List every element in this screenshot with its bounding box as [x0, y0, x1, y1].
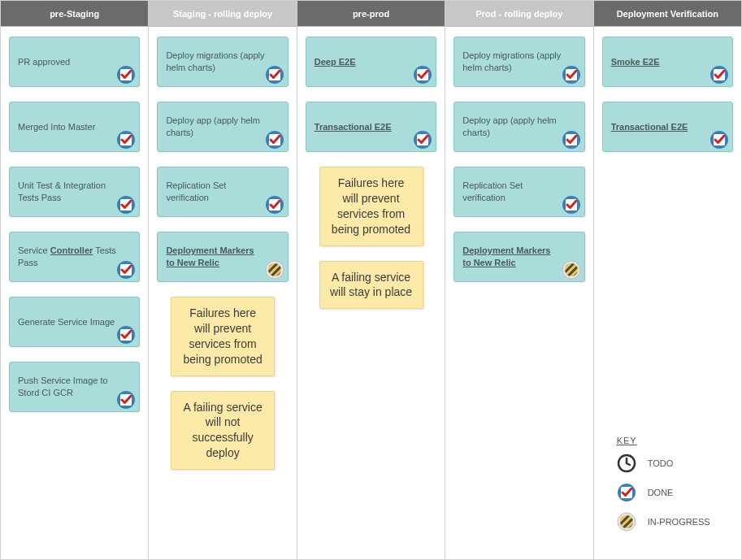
card-label: Deploy migrations (apply helm charts)	[166, 50, 264, 74]
legend: KEYTODODONEIN-PROGRESS	[602, 429, 733, 551]
legend-row-todo: TODO	[617, 454, 725, 473]
column-body: PR approvedMerged Into MasterUnit Test &…	[1, 27, 148, 559]
card-label: Generate Service Image	[18, 316, 115, 328]
done-status-icon	[562, 65, 581, 85]
done-status-icon	[116, 195, 136, 215]
legend-label: DONE	[648, 488, 674, 497]
card-label: Deployment Markers to New Relic	[166, 245, 264, 269]
sticky-note: Failures here will prevent services from…	[171, 297, 275, 376]
card-label: Replication Set verification	[166, 180, 264, 204]
card-label: Deploy app (apply helm charts)	[462, 115, 561, 139]
column-header: Deployment Verification	[594, 1, 741, 27]
legend-label: TODO	[648, 458, 674, 468]
column-3: Prod - rolling deployDeploy migrations (…	[445, 1, 593, 559]
done-status-icon	[562, 130, 581, 150]
column-2: pre-prodDeep E2ETransactional E2EFailure…	[297, 1, 445, 559]
svg-point-46	[620, 515, 633, 528]
card-label: Deep E2E	[315, 56, 356, 68]
check-icon	[617, 483, 636, 502]
inprogress-status-icon	[265, 260, 284, 280]
done-status-icon	[265, 65, 284, 85]
svg-point-35	[565, 263, 578, 276]
done-status-icon	[116, 325, 136, 345]
column-body: Deep E2ETransactional E2EFailures here w…	[297, 27, 445, 559]
pipeline-card[interactable]: Deployment Markers to New Relic	[453, 232, 584, 282]
legend-title: KEY	[617, 436, 725, 445]
column-body: Smoke E2ETransactional E2EKEYTODODONEIN-…	[594, 27, 741, 559]
card-label: Transactional E2E	[611, 121, 688, 133]
done-status-icon	[709, 65, 729, 85]
pipeline-card[interactable]: Service Controller Tests Pass	[9, 232, 140, 282]
pipeline-card[interactable]: PR approved	[9, 37, 140, 87]
column-0: pre-StagingPR approvedMerged Into Master…	[1, 1, 149, 559]
legend-label: IN-PROGRESS	[648, 517, 710, 527]
sticky-note: Failures here will prevent services from…	[319, 167, 423, 246]
pipeline-card[interactable]: Deploy migrations (apply helm charts)	[157, 37, 288, 87]
legend-row-done: DONE	[617, 483, 725, 502]
pipeline-card[interactable]: Deep E2E	[306, 37, 436, 87]
card-label: Smoke E2E	[611, 56, 660, 68]
pipeline-card[interactable]: Smoke E2E	[602, 37, 733, 87]
done-status-icon	[413, 130, 432, 150]
card-label: Merged Into Master	[18, 121, 95, 133]
card-label: Deployment Markers to New Relic	[462, 245, 561, 269]
pipeline-card[interactable]: Transactional E2E	[602, 102, 733, 152]
done-status-icon	[265, 130, 284, 150]
pipeline-card[interactable]: Deploy app (apply helm charts)	[453, 102, 584, 152]
column-4: Deployment VerificationSmoke E2ETransact…	[594, 1, 741, 559]
pipeline-card[interactable]: Unit Test & Integration Tests Pass	[9, 167, 140, 217]
pipeline-card[interactable]: Merged Into Master	[9, 102, 140, 152]
done-status-icon	[413, 65, 432, 85]
card-label: Transactional E2E	[315, 121, 392, 133]
pipeline-card[interactable]: Transactional E2E	[306, 102, 436, 152]
pipeline-card[interactable]: Push Service Image to Stord CI GCR	[9, 362, 140, 412]
card-label: Unit Test & Integration Tests Pass	[18, 180, 116, 204]
pipeline-card[interactable]: Deployment Markers to New Relic	[157, 232, 288, 282]
card-label: Push Service Image to Stord CI GCR	[18, 375, 116, 399]
column-header: Staging - rolling deploy	[149, 1, 296, 27]
card-label: Deploy app (apply helm charts)	[166, 115, 264, 139]
done-status-icon	[116, 65, 136, 85]
pipeline-card[interactable]: Replication Set verification	[453, 167, 584, 217]
svg-point-21	[268, 263, 281, 276]
pipeline-card[interactable]: Deploy migrations (apply helm charts)	[453, 37, 584, 87]
hazard-icon	[617, 512, 636, 532]
column-1: Staging - rolling deployDeploy migration…	[149, 1, 297, 559]
column-body: Deploy migrations (apply helm charts)Dep…	[149, 27, 296, 559]
column-body: Deploy migrations (apply helm charts)Dep…	[445, 27, 592, 559]
sticky-note: A failing service will stay in place	[319, 261, 423, 310]
card-label: PR approved	[18, 56, 70, 68]
column-header: pre-Staging	[1, 1, 148, 27]
pipeline-card[interactable]: Replication Set verification	[157, 167, 288, 217]
done-status-icon	[562, 195, 581, 215]
sticky-note: A failing service will not successfully …	[171, 391, 275, 471]
clock-icon	[617, 454, 636, 473]
done-status-icon	[116, 390, 136, 410]
column-header: Prod - rolling deploy	[445, 1, 592, 27]
pipeline-card[interactable]: Generate Service Image	[9, 297, 140, 347]
done-status-icon	[116, 260, 136, 280]
inprogress-status-icon	[562, 260, 581, 280]
pipeline-card[interactable]: Deploy app (apply helm charts)	[157, 102, 288, 152]
legend-row-inprogress: IN-PROGRESS	[617, 512, 725, 532]
card-label: Service Controller Tests Pass	[18, 245, 116, 269]
card-label: Replication Set verification	[462, 180, 561, 204]
done-status-icon	[265, 195, 284, 215]
pipeline-board: pre-StagingPR approvedMerged Into Master…	[0, 0, 742, 560]
done-status-icon	[709, 130, 729, 150]
done-status-icon	[116, 130, 136, 150]
card-label: Deploy migrations (apply helm charts)	[462, 50, 561, 74]
column-header: pre-prod	[297, 1, 445, 27]
